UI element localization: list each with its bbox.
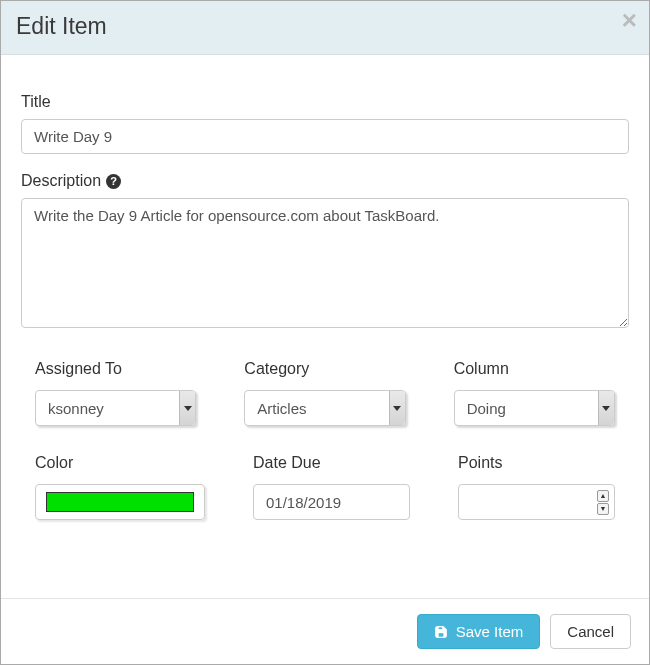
row-assigned-category-column: Assigned To ksonney Category Articles xyxy=(21,360,629,426)
svg-rect-0 xyxy=(438,626,443,629)
title-input[interactable] xyxy=(21,119,629,154)
edit-item-modal: Edit Item × Title Description ? Assigned… xyxy=(0,0,650,665)
column-label: Column xyxy=(454,360,615,378)
date-due-input[interactable] xyxy=(253,484,410,520)
date-due-label: Date Due xyxy=(253,454,410,472)
close-icon[interactable]: × xyxy=(622,7,637,33)
modal-header: Edit Item × xyxy=(1,1,649,55)
points-field: Points ▲ ▼ xyxy=(444,454,629,520)
spinner-down-icon[interactable]: ▼ xyxy=(597,503,609,515)
category-label: Category xyxy=(244,360,405,378)
cancel-button-label: Cancel xyxy=(567,623,614,640)
cancel-button[interactable]: Cancel xyxy=(550,614,631,649)
description-label-text: Description xyxy=(21,172,101,190)
date-due-field: Date Due xyxy=(239,454,424,520)
color-swatch xyxy=(46,492,194,512)
row-color-date-points: Color Date Due Points ▲ ▼ xyxy=(21,454,629,520)
title-label: Title xyxy=(21,93,629,111)
category-select[interactable]: Articles xyxy=(244,390,405,426)
modal-title: Edit Item xyxy=(16,13,634,40)
modal-body: Title Description ? Assigned To ksonney … xyxy=(1,55,649,530)
color-field: Color xyxy=(21,454,219,520)
svg-rect-1 xyxy=(438,632,444,637)
category-field: Category Articles xyxy=(230,360,419,426)
help-icon[interactable]: ? xyxy=(106,174,121,189)
assigned-to-select[interactable]: ksonney xyxy=(35,390,196,426)
points-label: Points xyxy=(458,454,615,472)
assigned-to-label: Assigned To xyxy=(35,360,196,378)
description-label: Description ? xyxy=(21,172,629,190)
spinner-up-icon[interactable]: ▲ xyxy=(597,490,609,502)
points-spinner: ▲ ▼ xyxy=(597,488,611,516)
modal-footer: Save Item Cancel xyxy=(1,598,649,664)
points-input[interactable] xyxy=(458,484,615,520)
color-label: Color xyxy=(35,454,205,472)
save-icon xyxy=(434,625,448,639)
save-button-label: Save Item xyxy=(456,623,524,640)
description-input[interactable] xyxy=(21,198,629,328)
color-picker[interactable] xyxy=(35,484,205,520)
column-select[interactable]: Doing xyxy=(454,390,615,426)
save-item-button[interactable]: Save Item xyxy=(417,614,541,649)
assigned-to-field: Assigned To ksonney xyxy=(21,360,210,426)
column-field: Column Doing xyxy=(440,360,629,426)
